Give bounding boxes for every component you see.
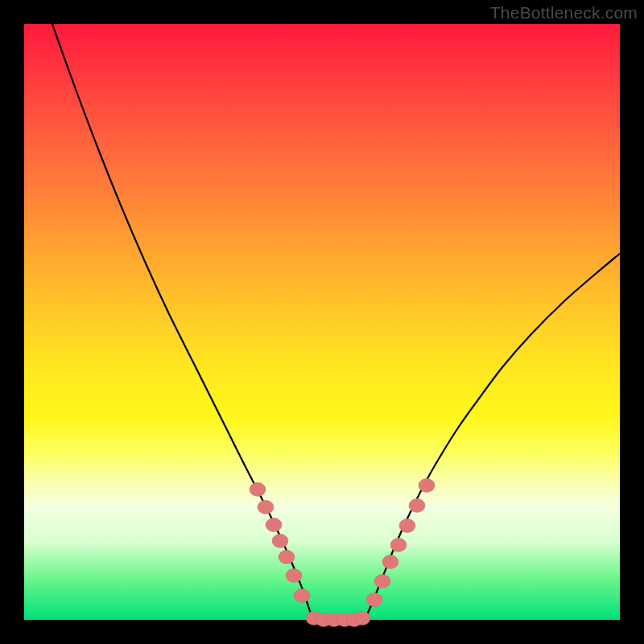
data-dot [294, 589, 310, 603]
data-dot [266, 518, 282, 532]
data-dot [374, 575, 390, 588]
gradient-plot-area [24, 24, 620, 620]
chart-overlay-svg [24, 24, 620, 620]
data-dot [419, 479, 435, 493]
watermark-text: TheBottleneck.com [490, 3, 638, 23]
chart-frame: TheBottleneck.com [0, 0, 644, 644]
data-dot [409, 499, 425, 513]
data-dot [272, 535, 288, 548]
data-dot [366, 593, 382, 607]
data-dot [250, 483, 266, 497]
data-dot [390, 539, 407, 552]
data-dot [279, 551, 295, 564]
data-dot [286, 569, 302, 583]
data-dot [354, 612, 370, 625]
data-dot [258, 501, 274, 514]
data-dot [382, 555, 398, 569]
data-dot [399, 519, 415, 533]
bottleneck-curve-right [362, 254, 620, 620]
data-dots-group [250, 479, 435, 627]
